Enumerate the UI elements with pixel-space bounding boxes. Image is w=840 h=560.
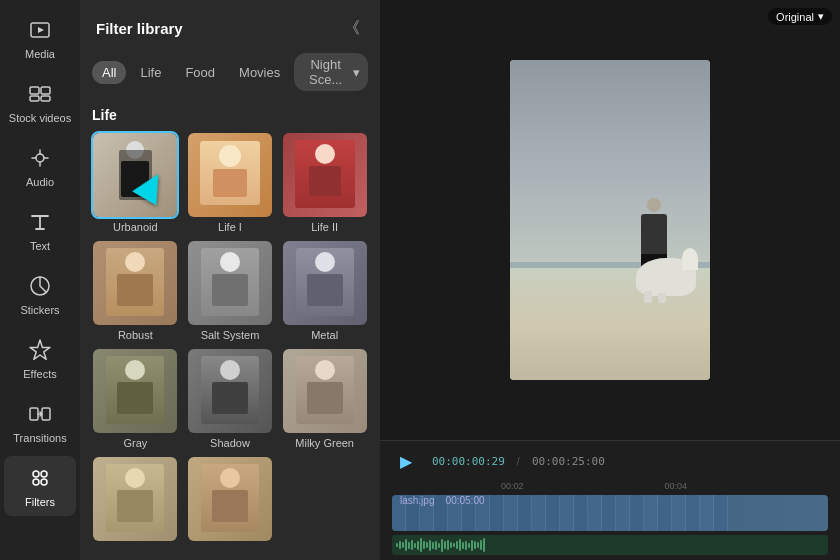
sidebar-item-label: Stickers [20, 304, 59, 316]
filter-name: Metal [311, 329, 338, 341]
tab-food[interactable]: Food [175, 61, 225, 84]
sidebar-item-filters[interactable]: Filters [4, 456, 76, 516]
sidebar-item-effects[interactable]: Effects [4, 328, 76, 388]
filter-item-gray[interactable]: Gray [92, 349, 179, 449]
sidebar: Media Stock videos Audio Text [0, 0, 80, 560]
svg-rect-8 [30, 408, 38, 420]
tab-nightscene-label: Night Sce... [302, 57, 349, 87]
sidebar-item-label: Audio [26, 176, 54, 188]
ruler-mark-2 [556, 481, 665, 491]
sidebar-item-label: Text [30, 240, 50, 252]
svg-rect-4 [30, 96, 39, 101]
transitions-icon [26, 400, 54, 428]
filter-thumb-milky [283, 349, 367, 433]
filter-thumb-salt [188, 241, 272, 325]
preview-image [510, 60, 710, 380]
timeline-tracks: lash.jpg 00:05:00 [380, 491, 840, 560]
filter-thumb-shadow [188, 349, 272, 433]
chevron-down-icon: ▾ [353, 65, 360, 80]
filter-thumb-life2 [283, 133, 367, 217]
filter-item-milky-green[interactable]: Milky Green [281, 349, 368, 449]
svg-rect-5 [41, 96, 50, 101]
sidebar-item-label: Transitions [13, 432, 66, 444]
svg-point-12 [33, 479, 39, 485]
collapse-button[interactable]: 《 [340, 16, 364, 41]
section-title: Life [92, 107, 368, 123]
tab-all[interactable]: All [92, 61, 126, 84]
filter-thumb-bottom1 [93, 457, 177, 541]
panel-header: Filter library 《 [80, 0, 380, 53]
original-text: Original [776, 11, 814, 23]
filter-name: Robust [118, 329, 153, 341]
category-tabs: All Life Food Movies Night Sce... ▾ [80, 53, 380, 103]
svg-point-13 [41, 471, 47, 477]
filter-item-life1[interactable]: Life I [187, 133, 274, 233]
sidebar-item-label: Effects [23, 368, 56, 380]
filter-item-life2[interactable]: Life II [281, 133, 368, 233]
filter-panel: Filter library 《 All Life Food Movies Ni… [80, 0, 380, 560]
sidebar-item-label: Filters [25, 496, 55, 508]
panel-title: Filter library [96, 20, 183, 37]
svg-rect-3 [41, 87, 50, 94]
ruler-mark-0 [392, 481, 501, 491]
filter-item-robust[interactable]: Robust [92, 241, 179, 341]
main-area: Original ▾ ▶ 00:00:00:29 / 00:00:25:00 0… [380, 0, 840, 560]
filter-item-shadow[interactable]: Shadow [187, 349, 274, 449]
audio-icon [26, 144, 54, 172]
filter-name: Milky Green [295, 437, 354, 449]
filter-thumb-robust [93, 241, 177, 325]
filter-item-urbanoid[interactable]: Urbanoid [92, 133, 179, 233]
dog-figure [636, 248, 706, 303]
sidebar-item-label: Media [25, 48, 55, 60]
tab-more-button[interactable]: Night Sce... ▾ [294, 53, 368, 91]
filters-icon [26, 464, 54, 492]
filter-name: Shadow [210, 437, 250, 449]
dropdown-icon: ▾ [818, 10, 824, 23]
svg-point-6 [36, 154, 44, 162]
filter-item-salt[interactable]: Salt System [187, 241, 274, 341]
timeline-ruler: 00:02 00:04 [380, 481, 840, 491]
filter-item-bottom2[interactable] [187, 457, 274, 545]
preview-image-inner [510, 60, 710, 380]
play-icon: ▶ [400, 452, 412, 471]
svg-point-10 [33, 471, 39, 477]
filter-thumb-bottom2 [188, 457, 272, 541]
filter-name: Gray [123, 437, 147, 449]
svg-point-11 [41, 479, 47, 485]
video-track[interactable]: lash.jpg 00:05:00 [392, 495, 828, 531]
total-time: 00:00:25:00 [532, 455, 605, 468]
preview-area: Original ▾ [380, 0, 840, 440]
ruler-mark-1: 00:02 [501, 481, 556, 491]
filter-item-metal[interactable]: Metal [281, 241, 368, 341]
svg-marker-1 [38, 27, 44, 33]
svg-rect-2 [30, 87, 39, 94]
tab-life[interactable]: Life [130, 61, 171, 84]
stickers-icon [26, 272, 54, 300]
sidebar-item-stickers[interactable]: Stickers [4, 264, 76, 324]
cursor-overlay [137, 172, 165, 200]
filter-grid: Urbanoid Life I Life I [92, 133, 368, 545]
sidebar-item-text[interactable]: Text [4, 200, 76, 260]
filter-item-bottom1[interactable] [92, 457, 179, 545]
filter-thumb-urbanoid [93, 133, 177, 217]
sidebar-item-label: Stock videos [9, 112, 71, 124]
time-separator: / [517, 455, 520, 467]
track-filename: lash.jpg [400, 495, 434, 506]
audio-track[interactable] [392, 535, 828, 555]
original-label[interactable]: Original ▾ [768, 8, 832, 25]
filter-thumb-metal [283, 241, 367, 325]
filter-name: Life II [311, 221, 338, 233]
sidebar-item-audio[interactable]: Audio [4, 136, 76, 196]
tab-movies[interactable]: Movies [229, 61, 290, 84]
text-icon [26, 208, 54, 236]
ruler-mark-3: 00:04 [665, 481, 720, 491]
sidebar-item-transitions[interactable]: Transitions [4, 392, 76, 452]
filter-thumb-life1 [188, 133, 272, 217]
sidebar-item-media[interactable]: Media [4, 8, 76, 68]
effects-icon [26, 336, 54, 364]
filter-thumb-gray [93, 349, 177, 433]
cursor-arrow [132, 167, 170, 205]
sidebar-item-stock-videos[interactable]: Stock videos [4, 72, 76, 132]
media-icon [26, 16, 54, 44]
play-button[interactable]: ▶ [392, 447, 420, 475]
